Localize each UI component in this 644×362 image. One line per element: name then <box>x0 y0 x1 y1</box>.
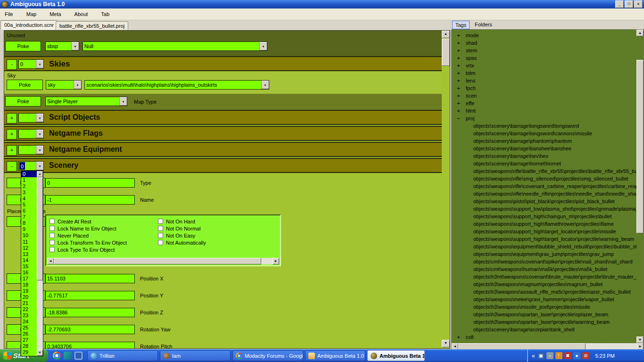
taskbar-button-iam[interactable]: Iam <box>160 350 231 361</box>
expand-icon[interactable]: + <box>456 63 461 69</box>
tree-group-coll[interactable]: +coll <box>452 334 636 342</box>
sky-path-combo[interactable]: scenarios\skies\multi\halo\highplains\hi… <box>84 80 269 90</box>
flags-horizontal-scrollbar[interactable]: ◄ ► <box>47 258 279 264</box>
count-combo[interactable]: ▼ <box>18 145 44 155</box>
tree-item-tank-shell[interactable]: objects\scenery\barrage\scorpian\tank_sh… <box>452 327 636 334</box>
tree-group-bitm[interactable]: +bitm <box>452 70 636 78</box>
dropdown-item-17[interactable]: 17 <box>21 276 38 282</box>
dropdown-item-4[interactable]: 4 <box>21 196 38 202</box>
tree-item-brute-mauler[interactable]: objects\h3mt\weapons\covenant\brute_maul… <box>452 274 636 281</box>
scrollbar-thumb[interactable] <box>442 39 450 66</box>
restore-icon[interactable]: ❐ <box>625 0 633 8</box>
close-icon[interactable]: ✕ <box>634 0 643 8</box>
tree-vertical-scrollbar[interactable]: ▲ ▼ <box>636 30 644 343</box>
menu-item-map[interactable]: Map <box>26 11 36 17</box>
dropdown-item-10[interactable]: 10 <box>21 232 38 239</box>
tree-item-warning-beam[interactable]: objects\h3\weapons\spartan_laser\project… <box>452 319 636 327</box>
position-x-field[interactable] <box>45 274 135 283</box>
expand-button[interactable]: + <box>7 145 17 156</box>
rotation-pitch-field[interactable] <box>45 342 135 349</box>
tree-item-banshee[interactable]: objects\scenery\barrage\banshee\banshee <box>452 146 636 153</box>
dropdown-item-24[interactable]: 24 <box>21 319 38 325</box>
tree-group-shad[interactable]: +shad <box>452 40 636 48</box>
tree-item-splazer-beam[interactable]: objects\h3\weapons\spartan_laser\project… <box>452 312 636 319</box>
tree-item-battle-rifle-xbr55-bul[interactable]: objects\weapons\rifle\battle_rifle_xbr55… <box>452 168 636 176</box>
chevron-down-icon[interactable]: ▼ <box>261 81 269 89</box>
dropdown-item-1[interactable]: 1 <box>21 177 38 183</box>
editor-vertical-scrollbar[interactable]: ▲ ▼ <box>442 31 450 347</box>
chevron-down-icon[interactable]: ▼ <box>36 146 43 154</box>
tree-item-flame[interactable]: objects\weapons\support_high\flamethrowe… <box>452 221 636 229</box>
tree-item-magnum-bullet[interactable]: objects\h3\weapons\magnum\projectiles\ma… <box>452 281 636 289</box>
poke-button[interactable]: Poke <box>5 96 41 107</box>
chevron-down-icon[interactable]: ▼ <box>36 114 43 122</box>
chevron-down-icon[interactable]: ▼ <box>36 60 43 68</box>
type-field[interactable] <box>45 178 135 188</box>
tree-item-assr-ma5c-bullet[interactable]: objects\h3\weapons\assault_rifle_ma5c\pr… <box>452 289 636 296</box>
count-combo[interactable]: ▼ <box>18 129 44 139</box>
expand-icon[interactable]: + <box>456 93 461 99</box>
dropdown-item-22[interactable]: 22 <box>21 306 38 313</box>
tree-item-warning-beam[interactable]: objects\weapons\support_high\target_loca… <box>452 236 636 244</box>
scroll-down-icon[interactable]: ▼ <box>636 337 644 343</box>
position-y-field[interactable] <box>45 291 135 300</box>
map-type-combo[interactable]: Single Player▼ <box>45 97 127 106</box>
scenery-index-combo[interactable]: 0▼ <box>18 161 44 171</box>
dropdown-item-15[interactable]: 15 <box>21 263 38 270</box>
dropdown-item-3[interactable]: 3 <box>21 189 38 196</box>
menu-item-about[interactable]: About <box>74 11 88 17</box>
tab-folders[interactable]: Folders <box>472 21 495 29</box>
tree-item-longsword[interactable]: objects\scenery\barrage\longsword\longsw… <box>452 123 636 131</box>
minimize-icon[interactable]: _ <box>615 0 624 8</box>
poke-button[interactable]: Poke <box>7 80 43 90</box>
expand-icon[interactable]: + <box>456 40 461 46</box>
tree-item-plasma[interactable]: objects\weapons\support_low\plasma_shot\… <box>452 206 636 214</box>
alert-user-icon[interactable]: ! <box>555 352 562 359</box>
dropdown-item-28[interactable]: 28 <box>21 343 38 349</box>
poke-button[interactable]: Poke <box>5 41 41 51</box>
scrollbar-thumb[interactable] <box>636 60 644 233</box>
expand-icon[interactable]: + <box>456 33 461 39</box>
expand-icon[interactable]: + <box>456 108 461 114</box>
tree-item-hev[interactable]: objects\scenery\barrage\hev\hev <box>452 153 636 161</box>
tree-group-effe[interactable]: +effe <box>452 100 636 108</box>
checkbox-lock-name-to-env-object[interactable] <box>50 226 55 231</box>
checkbox-lock-transform-to-env-object[interactable] <box>50 240 55 245</box>
network-icon[interactable]: ● <box>573 352 580 359</box>
tree-item-missile[interactable]: objects\scenery\barrage\longsword\cannon… <box>452 131 636 138</box>
expand-button[interactable]: + <box>7 113 17 123</box>
tab-scnr[interactable]: 00a_introduction.scnr <box>0 20 58 30</box>
tree-item-bubble-sh[interactable]: objects\weapons\equipment\bubble_shield_… <box>452 244 636 251</box>
count-combo[interactable]: ▼ <box>18 113 44 123</box>
scrollbar-thumb[interactable] <box>54 258 261 264</box>
dropdown-item-0[interactable]: 0 <box>21 171 38 177</box>
dropdown-item-6[interactable]: 6 <box>21 208 38 214</box>
taskbar-button-ambiguous-beta-1-0[interactable]: Ambiguous Beta 1.0 <box>367 350 425 361</box>
chevron-down-icon[interactable]: ▼ <box>119 97 127 106</box>
tree-item-nail-shard[interactable]: objects\cmt\weapons\covenant\spiker\proj… <box>452 259 636 266</box>
position-z-field[interactable] <box>45 308 135 317</box>
checkbox-not-on-easy[interactable] <box>158 233 163 238</box>
dropdown-item-11[interactable]: 11 <box>21 239 38 245</box>
dropdown-item-23[interactable]: 23 <box>21 313 38 319</box>
dropdown-item-19[interactable]: 19 <box>21 288 38 294</box>
sky-type-combo[interactable]: sky▼ <box>46 80 82 90</box>
dropdown-item-20[interactable]: 20 <box>21 294 38 300</box>
rotation-yaw-field[interactable] <box>45 325 135 334</box>
expand-icon[interactable]: + <box>456 48 461 54</box>
tree-item-needle-shar[interactable]: objects\weapons\rifle\needle_rifle\proje… <box>452 191 636 198</box>
checkbox-create-at-rest[interactable] <box>50 219 55 224</box>
scroll-down-icon[interactable]: ▼ <box>37 350 43 356</box>
scroll-up-icon[interactable]: ▲ <box>37 171 43 177</box>
collapse-icon[interactable]: − <box>456 115 461 122</box>
scroll-right-icon[interactable]: ► <box>637 343 644 350</box>
chevron-down-icon[interactable]: ▼ <box>74 81 81 89</box>
tree-group-mode[interactable]: +mode <box>452 33 636 40</box>
tree-group-vrtx[interactable]: +vrtx <box>452 63 636 70</box>
tree-item-smg-silenced-bullet[interactable]: objects\weapons\rifle\smg_silenced\proje… <box>452 176 636 183</box>
dropdown-item-21[interactable]: 21 <box>21 300 38 306</box>
scroll-left-icon[interactable]: ◄ <box>47 258 54 264</box>
checkbox-never-placed[interactable] <box>50 233 55 238</box>
scrollbar-thumb[interactable] <box>37 178 43 280</box>
smartcard-icon[interactable]: ○ <box>546 352 553 359</box>
